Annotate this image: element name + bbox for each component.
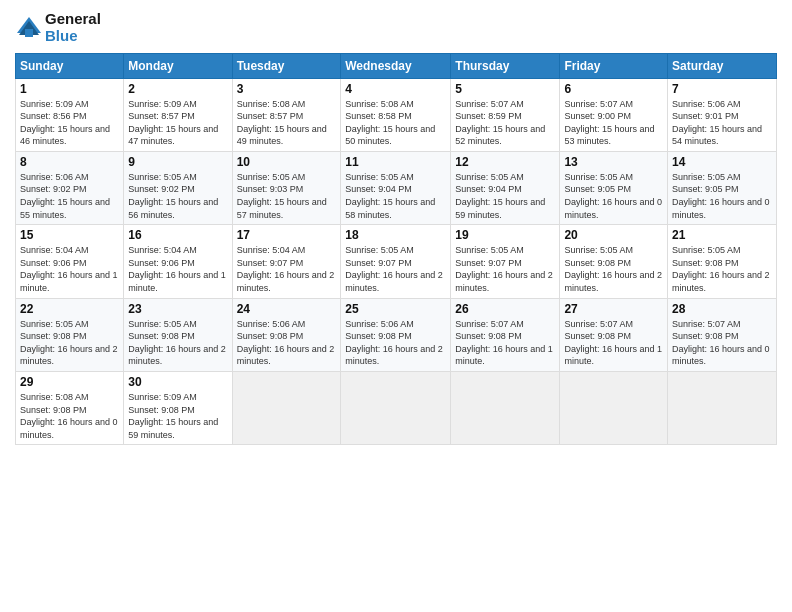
day-info: Sunrise: 5:04 AMSunset: 9:06 PMDaylight:…	[20, 244, 119, 294]
day-number: 25	[345, 302, 446, 316]
calendar-cell: 28Sunrise: 5:07 AMSunset: 9:08 PMDayligh…	[668, 298, 777, 371]
logo: General Blue	[15, 10, 101, 45]
day-info: Sunrise: 5:09 AMSunset: 9:08 PMDaylight:…	[128, 391, 227, 441]
weekday-header-sunday: Sunday	[16, 53, 124, 78]
header: General Blue	[15, 10, 777, 45]
day-info: Sunrise: 5:07 AMSunset: 9:08 PMDaylight:…	[455, 318, 555, 368]
day-number: 17	[237, 228, 337, 242]
calendar-cell	[560, 372, 668, 445]
calendar-cell: 30Sunrise: 5:09 AMSunset: 9:08 PMDayligh…	[124, 372, 232, 445]
calendar-week-3: 15Sunrise: 5:04 AMSunset: 9:06 PMDayligh…	[16, 225, 777, 298]
svg-rect-3	[25, 29, 33, 37]
day-info: Sunrise: 5:05 AMSunset: 9:04 PMDaylight:…	[455, 171, 555, 221]
day-number: 15	[20, 228, 119, 242]
day-number: 7	[672, 82, 772, 96]
day-number: 28	[672, 302, 772, 316]
calendar-cell: 19Sunrise: 5:05 AMSunset: 9:07 PMDayligh…	[451, 225, 560, 298]
calendar-week-5: 29Sunrise: 5:08 AMSunset: 9:08 PMDayligh…	[16, 372, 777, 445]
day-info: Sunrise: 5:05 AMSunset: 9:08 PMDaylight:…	[672, 244, 772, 294]
calendar-cell: 27Sunrise: 5:07 AMSunset: 9:08 PMDayligh…	[560, 298, 668, 371]
calendar-cell: 12Sunrise: 5:05 AMSunset: 9:04 PMDayligh…	[451, 151, 560, 224]
day-info: Sunrise: 5:04 AMSunset: 9:07 PMDaylight:…	[237, 244, 337, 294]
day-number: 13	[564, 155, 663, 169]
day-info: Sunrise: 5:05 AMSunset: 9:02 PMDaylight:…	[128, 171, 227, 221]
day-number: 23	[128, 302, 227, 316]
calendar-cell: 26Sunrise: 5:07 AMSunset: 9:08 PMDayligh…	[451, 298, 560, 371]
day-info: Sunrise: 5:06 AMSunset: 9:01 PMDaylight:…	[672, 98, 772, 148]
day-info: Sunrise: 5:05 AMSunset: 9:03 PMDaylight:…	[237, 171, 337, 221]
day-info: Sunrise: 5:05 AMSunset: 9:08 PMDaylight:…	[20, 318, 119, 368]
day-info: Sunrise: 5:05 AMSunset: 9:04 PMDaylight:…	[345, 171, 446, 221]
calendar-cell: 6Sunrise: 5:07 AMSunset: 9:00 PMDaylight…	[560, 78, 668, 151]
calendar-cell: 9Sunrise: 5:05 AMSunset: 9:02 PMDaylight…	[124, 151, 232, 224]
day-info: Sunrise: 5:08 AMSunset: 8:58 PMDaylight:…	[345, 98, 446, 148]
logo-icon	[15, 13, 43, 41]
day-number: 3	[237, 82, 337, 96]
calendar-cell: 16Sunrise: 5:04 AMSunset: 9:06 PMDayligh…	[124, 225, 232, 298]
day-info: Sunrise: 5:09 AMSunset: 8:57 PMDaylight:…	[128, 98, 227, 148]
calendar-cell: 18Sunrise: 5:05 AMSunset: 9:07 PMDayligh…	[341, 225, 451, 298]
calendar-cell: 8Sunrise: 5:06 AMSunset: 9:02 PMDaylight…	[16, 151, 124, 224]
day-info: Sunrise: 5:05 AMSunset: 9:07 PMDaylight:…	[455, 244, 555, 294]
day-number: 19	[455, 228, 555, 242]
calendar-week-2: 8Sunrise: 5:06 AMSunset: 9:02 PMDaylight…	[16, 151, 777, 224]
calendar-cell: 2Sunrise: 5:09 AMSunset: 8:57 PMDaylight…	[124, 78, 232, 151]
day-number: 9	[128, 155, 227, 169]
weekday-header-monday: Monday	[124, 53, 232, 78]
day-info: Sunrise: 5:05 AMSunset: 9:08 PMDaylight:…	[564, 244, 663, 294]
day-info: Sunrise: 5:05 AMSunset: 9:05 PMDaylight:…	[564, 171, 663, 221]
calendar-cell: 25Sunrise: 5:06 AMSunset: 9:08 PMDayligh…	[341, 298, 451, 371]
calendar-cell	[451, 372, 560, 445]
calendar-cell: 24Sunrise: 5:06 AMSunset: 9:08 PMDayligh…	[232, 298, 341, 371]
calendar-cell: 14Sunrise: 5:05 AMSunset: 9:05 PMDayligh…	[668, 151, 777, 224]
calendar-cell: 3Sunrise: 5:08 AMSunset: 8:57 PMDaylight…	[232, 78, 341, 151]
day-number: 20	[564, 228, 663, 242]
day-number: 14	[672, 155, 772, 169]
day-info: Sunrise: 5:05 AMSunset: 9:07 PMDaylight:…	[345, 244, 446, 294]
day-number: 4	[345, 82, 446, 96]
calendar-cell: 15Sunrise: 5:04 AMSunset: 9:06 PMDayligh…	[16, 225, 124, 298]
calendar-table: SundayMondayTuesdayWednesdayThursdayFrid…	[15, 53, 777, 446]
calendar-cell: 29Sunrise: 5:08 AMSunset: 9:08 PMDayligh…	[16, 372, 124, 445]
day-number: 2	[128, 82, 227, 96]
day-info: Sunrise: 5:05 AMSunset: 9:08 PMDaylight:…	[128, 318, 227, 368]
day-info: Sunrise: 5:07 AMSunset: 9:08 PMDaylight:…	[672, 318, 772, 368]
day-info: Sunrise: 5:09 AMSunset: 8:56 PMDaylight:…	[20, 98, 119, 148]
calendar-cell: 20Sunrise: 5:05 AMSunset: 9:08 PMDayligh…	[560, 225, 668, 298]
calendar-cell: 4Sunrise: 5:08 AMSunset: 8:58 PMDaylight…	[341, 78, 451, 151]
calendar-cell: 22Sunrise: 5:05 AMSunset: 9:08 PMDayligh…	[16, 298, 124, 371]
day-info: Sunrise: 5:06 AMSunset: 9:08 PMDaylight:…	[345, 318, 446, 368]
calendar-cell	[232, 372, 341, 445]
calendar-cell: 21Sunrise: 5:05 AMSunset: 9:08 PMDayligh…	[668, 225, 777, 298]
day-number: 30	[128, 375, 227, 389]
calendar-cell: 7Sunrise: 5:06 AMSunset: 9:01 PMDaylight…	[668, 78, 777, 151]
calendar-cell: 13Sunrise: 5:05 AMSunset: 9:05 PMDayligh…	[560, 151, 668, 224]
calendar-week-1: 1Sunrise: 5:09 AMSunset: 8:56 PMDaylight…	[16, 78, 777, 151]
day-number: 26	[455, 302, 555, 316]
day-number: 12	[455, 155, 555, 169]
day-info: Sunrise: 5:05 AMSunset: 9:05 PMDaylight:…	[672, 171, 772, 221]
calendar-cell: 10Sunrise: 5:05 AMSunset: 9:03 PMDayligh…	[232, 151, 341, 224]
day-number: 8	[20, 155, 119, 169]
day-number: 1	[20, 82, 119, 96]
weekday-header-tuesday: Tuesday	[232, 53, 341, 78]
day-number: 24	[237, 302, 337, 316]
day-number: 5	[455, 82, 555, 96]
day-number: 27	[564, 302, 663, 316]
calendar-cell: 5Sunrise: 5:07 AMSunset: 8:59 PMDaylight…	[451, 78, 560, 151]
calendar-header-row: SundayMondayTuesdayWednesdayThursdayFrid…	[16, 53, 777, 78]
day-number: 18	[345, 228, 446, 242]
weekday-header-friday: Friday	[560, 53, 668, 78]
day-info: Sunrise: 5:07 AMSunset: 9:00 PMDaylight:…	[564, 98, 663, 148]
calendar-cell: 11Sunrise: 5:05 AMSunset: 9:04 PMDayligh…	[341, 151, 451, 224]
calendar-cell	[668, 372, 777, 445]
weekday-header-wednesday: Wednesday	[341, 53, 451, 78]
day-info: Sunrise: 5:07 AMSunset: 8:59 PMDaylight:…	[455, 98, 555, 148]
calendar-cell	[341, 372, 451, 445]
weekday-header-saturday: Saturday	[668, 53, 777, 78]
day-number: 16	[128, 228, 227, 242]
day-info: Sunrise: 5:04 AMSunset: 9:06 PMDaylight:…	[128, 244, 227, 294]
day-number: 10	[237, 155, 337, 169]
day-number: 29	[20, 375, 119, 389]
day-number: 22	[20, 302, 119, 316]
